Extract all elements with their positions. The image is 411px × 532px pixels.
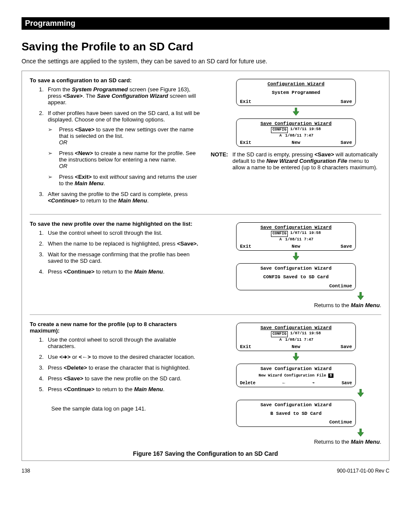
lcd-config-wizard: Configuration Wizard System Programmed E…: [236, 79, 356, 106]
intro-text: Once the settings are applied to the sys…: [22, 58, 389, 65]
lcd-config-saved: Save Configuration Wizard CONFIG Saved t…: [236, 263, 356, 290]
lcd-save-list-3: Save Configuration Wizard CONFIG1/07/111…: [236, 323, 356, 351]
sec2-step1: Use the control wheel to scroll through …: [45, 230, 200, 236]
arrow-down-icon: [211, 252, 381, 261]
instruction-box: To save a configuration to an SD card: F…: [22, 71, 389, 461]
sec3-step4: Press <Save> to save the new profile on …: [45, 375, 200, 382]
lcd-new-file: Save Configuration Wizard New Wizard Con…: [236, 364, 356, 387]
page-footer: 138 900-0117-01-00 Rev C: [22, 468, 389, 474]
page-number: 138: [22, 468, 30, 474]
sec1-sub3: Press <Exit> to exit without saving and …: [56, 174, 200, 187]
lcd-save-list-1: Save Configuration Wizard CONFIG1/07/111…: [236, 118, 356, 147]
sec1-heading: To save a configuration to an SD card:: [30, 77, 200, 84]
sec3-step2: Use <➔> or <←> to move to the desired ch…: [45, 354, 200, 360]
lcd-save-list-2: Save Configuration Wizard CONFIG1/07/111…: [236, 222, 356, 251]
sec3-step3: Press <Delete> to erase the character th…: [45, 364, 200, 371]
arrow-down-icon: [211, 389, 381, 398]
sec2-step3: Wait for the message confirming that the…: [45, 251, 200, 264]
sec1-step3: After saving the profile to the SD card …: [45, 191, 200, 204]
sec2-step4: Press <Continue> to return to the Main M…: [45, 268, 200, 275]
sec3-step1: Use the control wheel to scroll through …: [45, 336, 200, 349]
note-block: NOTE: If the SD card is empty, pressing …: [211, 151, 381, 171]
sec1-step2: If other profiles have been saved on the…: [45, 110, 200, 187]
arrow-down-icon: [211, 429, 381, 438]
sec1-sub2: Press <New> to create a new name for the…: [56, 150, 200, 169]
sec2-heading: To save the new profile over the name hi…: [30, 221, 200, 227]
sec1-step1: From the System Programmed screen (see F…: [45, 86, 200, 106]
sec2-step2: When the name to be replaced is highligh…: [45, 240, 200, 247]
sec1-sub1: Press <Save> to save the new settings ov…: [56, 126, 200, 146]
doc-rev: 900-0117-01-00 Rev C: [337, 468, 389, 474]
lcd-b-saved: Save Configuration Wizard B Saved to SD …: [236, 400, 356, 427]
sec3-step5: Press <Continue> to return to the Main M…: [45, 386, 200, 392]
section-header: Programming: [22, 17, 389, 30]
arrow-down-icon: [211, 292, 381, 301]
arrow-down-icon: [211, 108, 381, 117]
page-title: Saving the Profile to an SD Card: [22, 40, 389, 53]
arrow-down-icon: [211, 353, 381, 362]
sample-note: See the sample data log on page 141.: [51, 405, 200, 412]
figure-caption: Figure 167 Saving the Configuration to a…: [30, 450, 381, 457]
returns-text: Returns to the Main Menu.: [211, 302, 381, 308]
returns-text-2: Returns to the Main Menu.: [211, 439, 381, 445]
sec3-heading: To create a new name for the profile (up…: [30, 321, 200, 334]
